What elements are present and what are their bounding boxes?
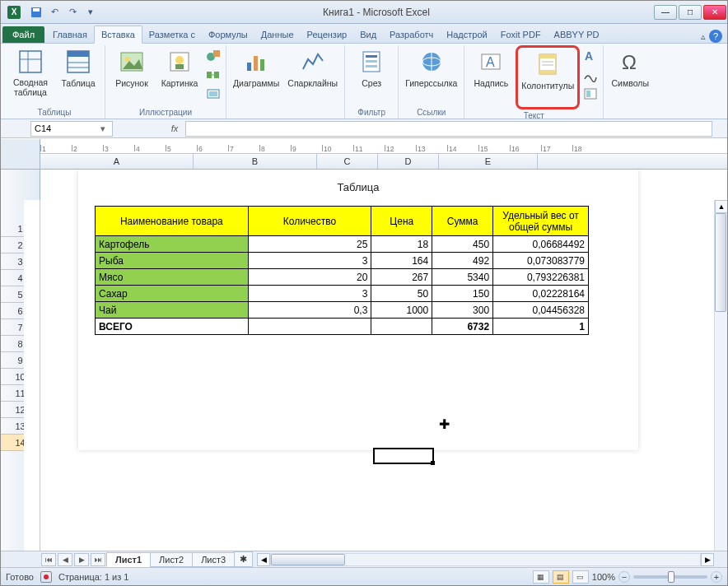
- hyperlink-button[interactable]: Гиперссылка: [402, 45, 460, 105]
- zoom-in-button[interactable]: +: [711, 571, 722, 583]
- help-icon[interactable]: ?: [709, 30, 722, 43]
- table-cell[interactable]: 0,073083779: [493, 253, 589, 269]
- scroll-up-button[interactable]: ▲: [715, 200, 727, 213]
- tab-developer[interactable]: Разработч: [383, 26, 440, 43]
- tab-view[interactable]: Вид: [353, 26, 383, 43]
- table-cell[interactable]: Мясо: [96, 269, 249, 286]
- name-box-dropdown-icon[interactable]: ▾: [97, 123, 109, 134]
- table-cell[interactable]: 0,02228164: [493, 286, 589, 302]
- header-footer-button[interactable]: Колонтитулы: [518, 48, 577, 107]
- charts-button[interactable]: Диаграммы: [230, 45, 282, 105]
- zoom-slider-thumb[interactable]: [668, 571, 674, 583]
- tab-data[interactable]: Данные: [254, 26, 301, 43]
- table-cell[interactable]: 267: [371, 269, 432, 286]
- slicer-button[interactable]: Срез: [348, 45, 394, 105]
- table-button[interactable]: Таблица: [55, 45, 101, 105]
- tab-review[interactable]: Рецензир: [301, 26, 354, 43]
- column-header-D[interactable]: D: [378, 154, 439, 169]
- view-page-layout-button[interactable]: ▤: [553, 570, 569, 584]
- hscroll-thumb[interactable]: [271, 554, 345, 565]
- table-cell[interactable]: Сахар: [96, 286, 249, 302]
- symbols-button[interactable]: Ω Символы: [607, 45, 653, 105]
- name-box[interactable]: C14 ▾: [30, 121, 113, 137]
- table-cell[interactable]: Картофель: [96, 236, 249, 253]
- textbox-button[interactable]: A Надпись: [468, 45, 514, 105]
- table-cell[interactable]: 18: [371, 236, 432, 253]
- object-icon[interactable]: [581, 85, 600, 103]
- file-tab[interactable]: Файл: [2, 26, 44, 43]
- fx-button[interactable]: fx: [164, 123, 185, 133]
- select-all-corner[interactable]: [1, 139, 40, 170]
- tab-home[interactable]: Главная: [46, 26, 94, 43]
- sheet-tab-1[interactable]: Лист1: [106, 552, 151, 567]
- table-cell[interactable]: 300: [432, 302, 493, 319]
- wordart-icon[interactable]: A: [581, 47, 600, 65]
- tab-insert[interactable]: Вставка: [94, 26, 142, 44]
- qa-customize-icon[interactable]: ▾: [82, 3, 100, 21]
- zoom-out-button[interactable]: −: [618, 571, 630, 583]
- table-cell[interactable]: ВСЕГО: [96, 319, 249, 335]
- ribbon-minimize-icon[interactable]: ▵: [701, 31, 706, 42]
- scroll-right-button[interactable]: ▶: [701, 553, 714, 566]
- zoom-slider[interactable]: [633, 575, 707, 579]
- table-cell[interactable]: Чай: [96, 302, 249, 319]
- table-cell[interactable]: 25: [248, 236, 371, 253]
- table-cell[interactable]: 0,3: [248, 302, 371, 319]
- picture-button[interactable]: Рисунок: [109, 45, 155, 105]
- sheet-tab-3[interactable]: Лист3: [192, 552, 235, 567]
- table-cell[interactable]: 5340: [432, 269, 493, 286]
- tab-formulas[interactable]: Формулы: [202, 26, 254, 43]
- smartart-icon[interactable]: [204, 66, 222, 84]
- table-cell[interactable]: 3: [248, 253, 371, 269]
- sheet-nav-prev[interactable]: ◀: [58, 553, 72, 566]
- table-cell[interactable]: 164: [371, 253, 432, 269]
- table-cell[interactable]: 50: [371, 286, 432, 302]
- pivot-table-button[interactable]: Сводная таблица: [7, 45, 54, 105]
- sparklines-button[interactable]: Спарклайны: [284, 45, 341, 105]
- shapes-icon[interactable]: [204, 47, 222, 65]
- qa-redo-icon[interactable]: ↷: [63, 3, 82, 21]
- qa-undo-icon[interactable]: ↶: [45, 3, 63, 21]
- excel-system-icon[interactable]: X: [4, 4, 24, 21]
- table-cell[interactable]: 0,04456328: [493, 302, 589, 319]
- sheet-nav-first[interactable]: ⏮: [41, 553, 56, 566]
- column-header-A[interactable]: A: [40, 154, 194, 169]
- table-cell[interactable]: 150: [432, 286, 493, 302]
- tab-addins[interactable]: Надстрой: [440, 26, 493, 43]
- fill-handle[interactable]: [431, 461, 435, 465]
- hscroll-track[interactable]: [270, 553, 701, 566]
- table-cell[interactable]: 1: [493, 319, 589, 335]
- table-cell[interactable]: 492: [432, 253, 493, 269]
- tab-abbyy[interactable]: ABBYY PD: [548, 26, 606, 43]
- vscroll-track[interactable]: [715, 213, 727, 554]
- table-cell[interactable]: [248, 319, 371, 335]
- table-cell[interactable]: Рыба: [96, 253, 249, 269]
- signature-icon[interactable]: [581, 66, 600, 84]
- view-normal-button[interactable]: ▦: [533, 570, 549, 584]
- view-page-break-button[interactable]: ▭: [572, 570, 589, 584]
- table-cell[interactable]: 450: [432, 236, 493, 253]
- tab-foxit[interactable]: Foxit PDF: [494, 26, 548, 43]
- page-header[interactable]: Таблица: [78, 170, 638, 206]
- table-cell[interactable]: [371, 319, 432, 335]
- macro-record-icon[interactable]: [40, 571, 52, 583]
- scroll-left-button[interactable]: ◀: [257, 553, 270, 566]
- minimize-button[interactable]: —: [654, 5, 677, 20]
- sheet-tab-2[interactable]: Лист2: [150, 552, 193, 567]
- table-cell[interactable]: 0,06684492: [493, 236, 589, 253]
- sheet-tab-new[interactable]: ✱: [234, 551, 253, 567]
- qa-save-icon[interactable]: [27, 3, 45, 21]
- table-cell[interactable]: 0,793226381: [493, 269, 589, 286]
- column-header-C[interactable]: C: [317, 154, 378, 169]
- maximize-button[interactable]: □: [679, 5, 702, 20]
- selected-cell[interactable]: [373, 448, 434, 464]
- sheet-nav-last[interactable]: ⏭: [91, 553, 105, 566]
- vscroll-thumb[interactable]: [715, 213, 726, 312]
- table-cell[interactable]: 1000: [371, 302, 432, 319]
- screenshot-icon[interactable]: [204, 85, 222, 103]
- formula-input[interactable]: [185, 121, 712, 137]
- table-cell[interactable]: 20: [248, 269, 371, 286]
- sheet-nav-next[interactable]: ▶: [74, 553, 89, 566]
- zoom-level[interactable]: 100%: [592, 572, 615, 582]
- table-cell[interactable]: 3: [248, 286, 371, 302]
